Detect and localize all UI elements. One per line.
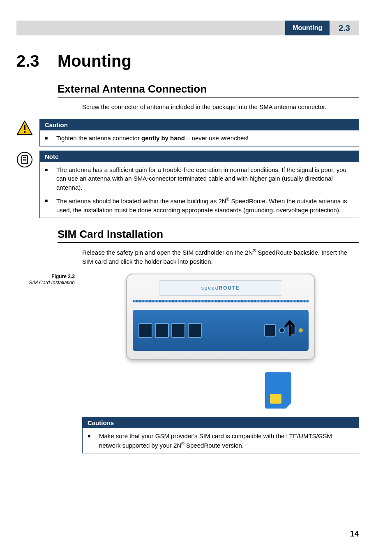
- phone-port-icon: [264, 324, 276, 337]
- cautions-bullet: ■ Make sure that your GSM provider's SIM…: [88, 432, 354, 450]
- cautions-text: Make sure that your GSM provider's SIM c…: [99, 432, 354, 450]
- figure-title: SIM Card Installation: [16, 280, 75, 286]
- header-title: Mounting: [285, 21, 330, 35]
- figure-caption: Figure 2.3 SIM Card Installation: [16, 274, 82, 409]
- caution-body: ■ Tighten the antenna connector gently b…: [40, 130, 359, 146]
- cautions-sup: ®: [181, 441, 184, 446]
- caution-triangle-icon: [16, 120, 35, 138]
- section-heading: 2.3 Mounting: [16, 52, 359, 70]
- svg-rect-4: [22, 156, 28, 164]
- content-area: External Antenna Connection Screw the co…: [58, 83, 359, 111]
- bullet-square-icon: ■: [88, 432, 99, 450]
- arrow-up-icon: [277, 316, 302, 341]
- figure-image: speedROUTE: [82, 274, 359, 409]
- bullet-square-icon: ■: [45, 165, 56, 192]
- sim-chip-icon: [270, 394, 281, 404]
- sim-card-illustration: [265, 372, 291, 409]
- note-header: Note: [40, 151, 359, 162]
- subheading-underline: [58, 242, 359, 243]
- caution-header: Caution: [40, 119, 359, 130]
- brand-suffix: ROUTE: [219, 285, 240, 291]
- lan-port-icon: [171, 323, 185, 338]
- note-page-icon: [16, 151, 35, 170]
- note2-pre: The antenna should be located within the…: [56, 197, 226, 204]
- antenna-body-text: Screw the connector of antenna included …: [82, 102, 359, 111]
- section-title: Mounting: [58, 52, 131, 70]
- subheading-sim: SIM Card Installation: [58, 228, 359, 241]
- note-row: Note ■ The antenna has a sufficient gain…: [16, 151, 359, 218]
- note-text-1: The antenna has a sufficient gain for a …: [56, 165, 354, 192]
- page-header-inner: Mounting 2.3: [285, 21, 359, 35]
- caution-bullet: ■ Tighten the antenna connector gently b…: [45, 134, 354, 143]
- header-section-number: 2.3: [330, 21, 359, 35]
- lan-port-group: [138, 323, 202, 338]
- bullet-square-icon: ■: [45, 196, 56, 215]
- caution-box: Caution ■ Tighten the antenna connector …: [39, 119, 359, 146]
- subheading-antenna: External Antenna Connection: [58, 83, 359, 95]
- svg-rect-2: [24, 131, 25, 133]
- page-number: 14: [350, 529, 359, 539]
- section-number: 2.3: [16, 52, 58, 70]
- device-vent-strip: [133, 300, 309, 302]
- cautions-box: Cautions ■ Make sure that your GSM provi…: [82, 417, 359, 454]
- sim-body-text: Release the safety pin and open the SIM …: [82, 248, 359, 266]
- device-illustration: speedROUTE: [126, 274, 315, 360]
- note-box: Note ■ The antenna has a sufficient gain…: [39, 151, 359, 218]
- bullet-square-icon: ■: [45, 134, 56, 143]
- cautions-post: SpeedRoute version.: [184, 442, 244, 449]
- device-top-panel: speedROUTE: [159, 280, 282, 296]
- lan-port-icon: [155, 323, 169, 338]
- lan-port-icon: [188, 323, 202, 338]
- note-text-2: The antenna should be located within the…: [56, 196, 354, 215]
- figure-label: Figure 2.3: [16, 274, 75, 280]
- brand-prefix: speed: [201, 285, 219, 291]
- sim-text-sup: ®: [253, 248, 256, 253]
- lan-port-icon: [138, 323, 152, 338]
- content-area-3: Cautions ■ Make sure that your GSM provi…: [58, 417, 359, 454]
- subheading-underline: [58, 97, 359, 98]
- caution-text-pre: Tighten the antenna connector: [56, 135, 141, 142]
- device-brand-label: speedROUTE: [201, 285, 240, 291]
- note-body: ■ The antenna has a sufficient gain for …: [40, 162, 359, 218]
- cautions-body: ■ Make sure that your GSM provider's SIM…: [83, 428, 359, 453]
- figure-row: Figure 2.3 SIM Card Installation speedRO…: [16, 274, 359, 409]
- caution-text: Tighten the antenna connector gently by …: [56, 134, 354, 143]
- sim-text-pre: Release the safety pin and open the SIM …: [82, 249, 253, 256]
- note-bullet-1: ■ The antenna has a sufficient gain for …: [45, 165, 354, 192]
- caution-text-bold: gently by hand: [141, 135, 185, 142]
- caution-text-post: – never use wrenches!: [185, 135, 249, 142]
- svg-rect-1: [24, 125, 25, 130]
- svg-point-3: [17, 152, 32, 167]
- page-header-bar: Mounting 2.3: [16, 21, 359, 35]
- cautions-header: Cautions: [83, 417, 359, 428]
- page: Mounting 2.3 2.3 Mounting External Anten…: [0, 0, 392, 555]
- content-area-2: SIM Card Installation Release the safety…: [58, 228, 359, 266]
- caution-row: Caution ■ Tighten the antenna connector …: [16, 119, 359, 146]
- note-bullet-2: ■ The antenna should be located within t…: [45, 196, 354, 215]
